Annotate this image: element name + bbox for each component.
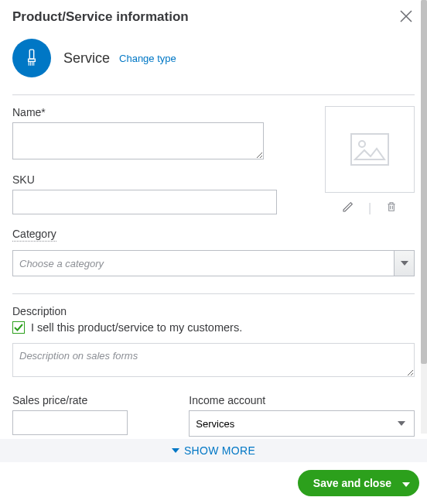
show-more-button[interactable]: SHOW MORE [0, 439, 427, 462]
panel-footer: Save and close [0, 462, 427, 504]
service-icon [12, 39, 51, 77]
name-input[interactable] [12, 122, 264, 159]
show-more-label: SHOW MORE [184, 444, 255, 457]
trash-icon [385, 201, 398, 213]
close-icon [399, 9, 413, 23]
scrollbar-thumb[interactable] [421, 0, 427, 364]
svg-rect-0 [29, 50, 33, 59]
income-account-select[interactable] [189, 410, 415, 437]
chevron-down-icon [398, 421, 405, 426]
save-dropdown-toggle[interactable] [402, 477, 410, 489]
category-input[interactable] [13, 251, 394, 276]
change-type-link[interactable]: Change type [119, 53, 176, 64]
income-account-input[interactable] [190, 411, 389, 436]
type-label: Service [63, 50, 110, 67]
sku-label: SKU [12, 173, 277, 186]
category-dropdown-button[interactable] [394, 251, 414, 276]
sell-checkbox[interactable] [12, 321, 25, 334]
category-label: Category [12, 228, 56, 242]
description-section-label: Description [12, 305, 415, 317]
product-service-panel: Product/Service information Service Chan… [0, 0, 427, 504]
chevron-down-icon [172, 448, 179, 453]
save-and-close-button[interactable]: Save and close [298, 470, 419, 496]
delete-image-button[interactable] [385, 201, 398, 216]
form-section: Name* SKU | [0, 95, 427, 437]
sell-checkbox-label: I sell this product/service to my custom… [31, 321, 242, 334]
price-input[interactable] [12, 410, 128, 435]
pencil-icon [342, 201, 354, 213]
income-dropdown-button[interactable] [389, 411, 414, 436]
price-income-row: Sales price/rate Income account [12, 394, 415, 437]
save-button-label: Save and close [313, 477, 391, 489]
separator: | [368, 201, 371, 215]
description-input[interactable] [12, 343, 415, 377]
chevron-down-icon [401, 261, 408, 266]
sku-input[interactable] [12, 190, 277, 214]
edit-image-button[interactable] [342, 201, 354, 216]
price-label: Sales price/rate [12, 394, 173, 406]
image-icon [350, 133, 389, 166]
type-row: Service Change type [0, 25, 427, 94]
svg-point-2 [359, 141, 365, 147]
category-select[interactable] [12, 250, 415, 276]
image-actions: | [325, 201, 415, 216]
panel-header: Product/Service information [0, 9, 427, 25]
check-icon [14, 323, 23, 332]
sell-checkbox-row: I sell this product/service to my custom… [12, 321, 415, 334]
income-account-label: Income account [189, 394, 415, 406]
panel-title: Product/Service information [12, 9, 398, 25]
close-button[interactable] [398, 9, 415, 24]
chevron-down-icon [402, 482, 410, 487]
name-label: Name* [12, 106, 277, 118]
image-placeholder[interactable] [325, 106, 415, 193]
